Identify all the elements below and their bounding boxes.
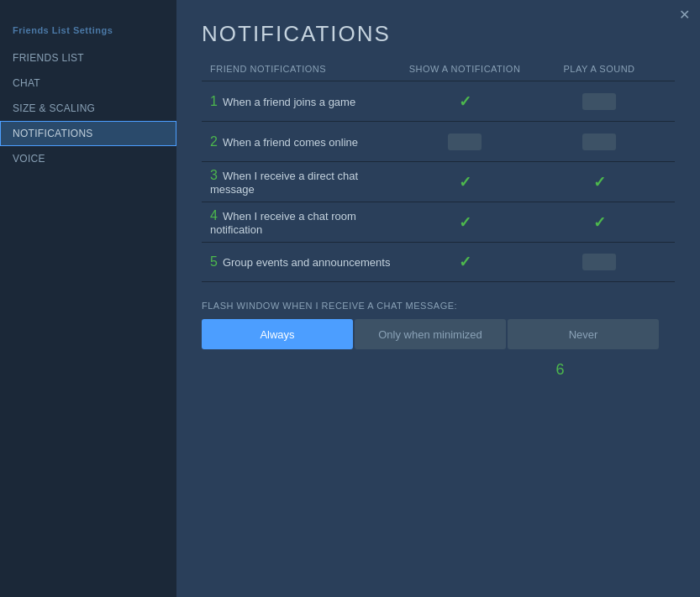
table-row: 4When I receive a chat room notification… xyxy=(202,202,675,242)
row-1-sound-toggle[interactable] xyxy=(582,93,616,110)
sidebar-item-voice[interactable]: Voice xyxy=(0,146,176,171)
row-2-label: 2When a friend comes online xyxy=(210,134,397,149)
row-5-num: 5 xyxy=(210,254,218,269)
notifications-table: Friend Notifications Show a notification… xyxy=(202,64,675,282)
close-button[interactable]: ✕ xyxy=(679,8,690,22)
row-2-sound-toggle[interactable] xyxy=(582,134,616,150)
row-4-sound[interactable]: ✓ xyxy=(532,213,666,232)
table-header: Friend Notifications Show a notification… xyxy=(202,64,675,81)
row-3-label: 3When I receive a direct chat message xyxy=(210,168,397,196)
sidebar: Friends List Settings Friends List Chat … xyxy=(0,0,176,597)
table-row: 5Group events and announcements ✓ xyxy=(202,242,675,282)
row-1-sound[interactable] xyxy=(532,93,666,110)
row-2-num: 2 xyxy=(210,134,218,149)
row-1-show[interactable]: ✓ xyxy=(397,92,532,111)
row-4-show[interactable]: ✓ xyxy=(397,213,532,232)
col-play-sound: Play a sound xyxy=(532,64,666,74)
flash-section: Flash window when I receive a chat messa… xyxy=(202,301,675,349)
row-4-show-check: ✓ xyxy=(459,213,471,232)
row-3-sound[interactable]: ✓ xyxy=(532,173,666,191)
table-row: 3When I receive a direct chat message ✓ … xyxy=(202,161,675,202)
row-3-sound-check: ✓ xyxy=(593,173,606,191)
row-1-show-check: ✓ xyxy=(459,92,471,111)
row-4-sound-check: ✓ xyxy=(593,213,606,232)
row-2-show-toggle[interactable] xyxy=(448,134,482,150)
sidebar-item-friends-list[interactable]: Friends List xyxy=(0,45,176,71)
row-2-show[interactable] xyxy=(397,134,532,150)
row-3-num: 3 xyxy=(210,168,218,182)
flash-never-button[interactable]: Never xyxy=(508,319,659,349)
row-3-show-check: ✓ xyxy=(459,173,471,191)
page-title: Notifications xyxy=(202,21,675,47)
table-row: 1When a friend joins a game ✓ xyxy=(202,81,675,121)
row-4-label: 4When I receive a chat room notification xyxy=(210,208,397,236)
row-5-sound[interactable] xyxy=(532,254,666,270)
flash-minimized-button[interactable]: Only when minimized xyxy=(355,319,506,349)
row-1-num: 1 xyxy=(210,94,218,108)
row-3-show[interactable]: ✓ xyxy=(397,173,532,191)
col-friend-notifications: Friend Notifications xyxy=(210,64,397,74)
row-5-label: 5Group events and announcements xyxy=(210,254,397,270)
table-row: 2When a friend comes online xyxy=(202,121,675,161)
flash-always-button[interactable]: Always xyxy=(202,319,353,349)
flash-label: Flash window when I receive a chat messa… xyxy=(202,301,675,311)
col-show-notification: Show a notification xyxy=(397,64,532,74)
main-content: ✕ Notifications Friend Notifications Sho… xyxy=(176,0,700,597)
row-5-sound-toggle[interactable] xyxy=(582,254,616,270)
sidebar-item-notifications[interactable]: Notifications xyxy=(0,121,176,146)
sidebar-item-size-scaling[interactable]: Size & Scaling xyxy=(0,96,176,121)
sidebar-item-chat[interactable]: Chat xyxy=(0,71,176,96)
row-4-num: 4 xyxy=(210,208,218,223)
number-6-label: 6 xyxy=(445,361,675,379)
row-5-show[interactable]: ✓ xyxy=(397,253,532,271)
row-2-sound[interactable] xyxy=(532,134,666,150)
row-1-label: 1When a friend joins a game xyxy=(210,94,397,109)
sidebar-heading: Friends List Settings xyxy=(0,25,176,45)
row-5-show-check: ✓ xyxy=(459,253,471,271)
flash-buttons: Always Only when minimized Never xyxy=(202,319,675,349)
